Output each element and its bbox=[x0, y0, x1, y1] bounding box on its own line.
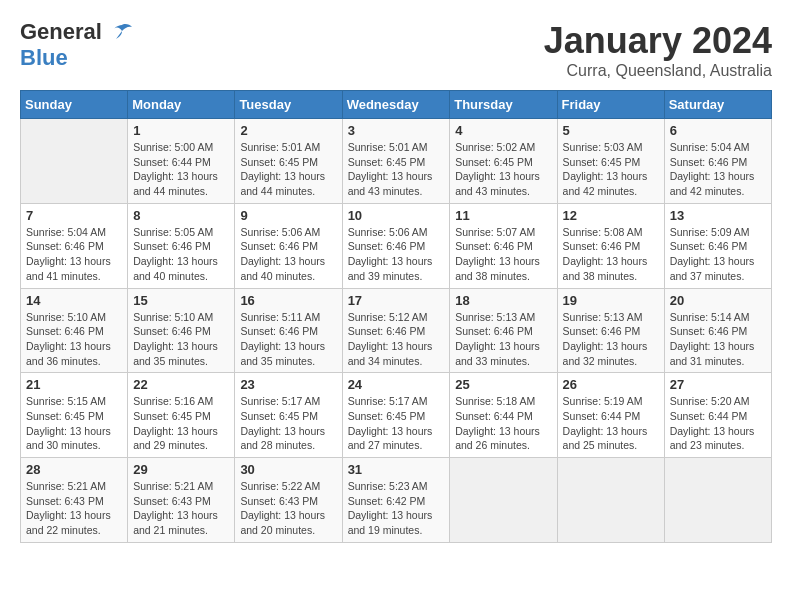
day-number: 17 bbox=[348, 293, 445, 308]
calendar-cell: 8Sunrise: 5:05 AM Sunset: 6:46 PM Daylig… bbox=[128, 203, 235, 288]
calendar-cell: 21Sunrise: 5:15 AM Sunset: 6:45 PM Dayli… bbox=[21, 373, 128, 458]
calendar-cell: 24Sunrise: 5:17 AM Sunset: 6:45 PM Dayli… bbox=[342, 373, 450, 458]
calendar-cell: 25Sunrise: 5:18 AM Sunset: 6:44 PM Dayli… bbox=[450, 373, 557, 458]
calendar-cell: 22Sunrise: 5:16 AM Sunset: 6:45 PM Dayli… bbox=[128, 373, 235, 458]
day-info: Sunrise: 5:15 AM Sunset: 6:45 PM Dayligh… bbox=[26, 394, 122, 453]
day-number: 29 bbox=[133, 462, 229, 477]
day-number: 20 bbox=[670, 293, 766, 308]
calendar-cell: 11Sunrise: 5:07 AM Sunset: 6:46 PM Dayli… bbox=[450, 203, 557, 288]
day-info: Sunrise: 5:01 AM Sunset: 6:45 PM Dayligh… bbox=[240, 140, 336, 199]
calendar-cell: 17Sunrise: 5:12 AM Sunset: 6:46 PM Dayli… bbox=[342, 288, 450, 373]
calendar-cell: 18Sunrise: 5:13 AM Sunset: 6:46 PM Dayli… bbox=[450, 288, 557, 373]
calendar-cell bbox=[557, 458, 664, 543]
calendar-cell: 10Sunrise: 5:06 AM Sunset: 6:46 PM Dayli… bbox=[342, 203, 450, 288]
day-number: 10 bbox=[348, 208, 445, 223]
calendar-cell: 1Sunrise: 5:00 AM Sunset: 6:44 PM Daylig… bbox=[128, 119, 235, 204]
day-info: Sunrise: 5:10 AM Sunset: 6:46 PM Dayligh… bbox=[133, 310, 229, 369]
day-info: Sunrise: 5:03 AM Sunset: 6:45 PM Dayligh… bbox=[563, 140, 659, 199]
day-number: 18 bbox=[455, 293, 551, 308]
day-number: 12 bbox=[563, 208, 659, 223]
day-info: Sunrise: 5:17 AM Sunset: 6:45 PM Dayligh… bbox=[348, 394, 445, 453]
calendar-cell: 26Sunrise: 5:19 AM Sunset: 6:44 PM Dayli… bbox=[557, 373, 664, 458]
day-number: 13 bbox=[670, 208, 766, 223]
day-info: Sunrise: 5:20 AM Sunset: 6:44 PM Dayligh… bbox=[670, 394, 766, 453]
day-number: 27 bbox=[670, 377, 766, 392]
day-number: 4 bbox=[455, 123, 551, 138]
day-number: 14 bbox=[26, 293, 122, 308]
calendar-cell: 2Sunrise: 5:01 AM Sunset: 6:45 PM Daylig… bbox=[235, 119, 342, 204]
day-info: Sunrise: 5:22 AM Sunset: 6:43 PM Dayligh… bbox=[240, 479, 336, 538]
day-info: Sunrise: 5:02 AM Sunset: 6:45 PM Dayligh… bbox=[455, 140, 551, 199]
calendar-cell bbox=[664, 458, 771, 543]
day-info: Sunrise: 5:21 AM Sunset: 6:43 PM Dayligh… bbox=[26, 479, 122, 538]
day-info: Sunrise: 5:14 AM Sunset: 6:46 PM Dayligh… bbox=[670, 310, 766, 369]
logo-general: General bbox=[20, 19, 102, 44]
day-number: 8 bbox=[133, 208, 229, 223]
calendar-cell: 15Sunrise: 5:10 AM Sunset: 6:46 PM Dayli… bbox=[128, 288, 235, 373]
day-info: Sunrise: 5:18 AM Sunset: 6:44 PM Dayligh… bbox=[455, 394, 551, 453]
day-info: Sunrise: 5:04 AM Sunset: 6:46 PM Dayligh… bbox=[26, 225, 122, 284]
day-number: 19 bbox=[563, 293, 659, 308]
calendar-table: SundayMondayTuesdayWednesdayThursdayFrid… bbox=[20, 90, 772, 543]
day-number: 9 bbox=[240, 208, 336, 223]
weekday-header-tuesday: Tuesday bbox=[235, 91, 342, 119]
calendar-header: SundayMondayTuesdayWednesdayThursdayFrid… bbox=[21, 91, 772, 119]
calendar-cell bbox=[450, 458, 557, 543]
day-number: 2 bbox=[240, 123, 336, 138]
day-number: 28 bbox=[26, 462, 122, 477]
day-info: Sunrise: 5:10 AM Sunset: 6:46 PM Dayligh… bbox=[26, 310, 122, 369]
weekday-header-saturday: Saturday bbox=[664, 91, 771, 119]
day-info: Sunrise: 5:12 AM Sunset: 6:46 PM Dayligh… bbox=[348, 310, 445, 369]
logo: General Blue bbox=[20, 20, 134, 71]
calendar-week-1: 1Sunrise: 5:00 AM Sunset: 6:44 PM Daylig… bbox=[21, 119, 772, 204]
day-number: 23 bbox=[240, 377, 336, 392]
logo-bird-icon bbox=[110, 21, 134, 45]
calendar-cell: 9Sunrise: 5:06 AM Sunset: 6:46 PM Daylig… bbox=[235, 203, 342, 288]
calendar-cell: 20Sunrise: 5:14 AM Sunset: 6:46 PM Dayli… bbox=[664, 288, 771, 373]
day-number: 16 bbox=[240, 293, 336, 308]
day-number: 26 bbox=[563, 377, 659, 392]
day-number: 3 bbox=[348, 123, 445, 138]
month-title: January 2024 bbox=[544, 20, 772, 62]
day-info: Sunrise: 5:21 AM Sunset: 6:43 PM Dayligh… bbox=[133, 479, 229, 538]
day-info: Sunrise: 5:00 AM Sunset: 6:44 PM Dayligh… bbox=[133, 140, 229, 199]
day-info: Sunrise: 5:19 AM Sunset: 6:44 PM Dayligh… bbox=[563, 394, 659, 453]
day-info: Sunrise: 5:11 AM Sunset: 6:46 PM Dayligh… bbox=[240, 310, 336, 369]
calendar-cell: 28Sunrise: 5:21 AM Sunset: 6:43 PM Dayli… bbox=[21, 458, 128, 543]
day-number: 11 bbox=[455, 208, 551, 223]
day-info: Sunrise: 5:16 AM Sunset: 6:45 PM Dayligh… bbox=[133, 394, 229, 453]
weekday-header-monday: Monday bbox=[128, 91, 235, 119]
day-info: Sunrise: 5:17 AM Sunset: 6:45 PM Dayligh… bbox=[240, 394, 336, 453]
calendar-cell: 29Sunrise: 5:21 AM Sunset: 6:43 PM Dayli… bbox=[128, 458, 235, 543]
day-info: Sunrise: 5:13 AM Sunset: 6:46 PM Dayligh… bbox=[455, 310, 551, 369]
calendar-week-4: 21Sunrise: 5:15 AM Sunset: 6:45 PM Dayli… bbox=[21, 373, 772, 458]
day-number: 31 bbox=[348, 462, 445, 477]
day-info: Sunrise: 5:06 AM Sunset: 6:46 PM Dayligh… bbox=[240, 225, 336, 284]
day-number: 22 bbox=[133, 377, 229, 392]
day-number: 7 bbox=[26, 208, 122, 223]
weekday-header-thursday: Thursday bbox=[450, 91, 557, 119]
day-info: Sunrise: 5:04 AM Sunset: 6:46 PM Dayligh… bbox=[670, 140, 766, 199]
calendar-week-2: 7Sunrise: 5:04 AM Sunset: 6:46 PM Daylig… bbox=[21, 203, 772, 288]
day-info: Sunrise: 5:09 AM Sunset: 6:46 PM Dayligh… bbox=[670, 225, 766, 284]
day-info: Sunrise: 5:08 AM Sunset: 6:46 PM Dayligh… bbox=[563, 225, 659, 284]
day-info: Sunrise: 5:06 AM Sunset: 6:46 PM Dayligh… bbox=[348, 225, 445, 284]
calendar-cell: 27Sunrise: 5:20 AM Sunset: 6:44 PM Dayli… bbox=[664, 373, 771, 458]
calendar-cell: 4Sunrise: 5:02 AM Sunset: 6:45 PM Daylig… bbox=[450, 119, 557, 204]
calendar-cell bbox=[21, 119, 128, 204]
calendar-cell: 31Sunrise: 5:23 AM Sunset: 6:42 PM Dayli… bbox=[342, 458, 450, 543]
calendar-cell: 5Sunrise: 5:03 AM Sunset: 6:45 PM Daylig… bbox=[557, 119, 664, 204]
weekday-header-wednesday: Wednesday bbox=[342, 91, 450, 119]
calendar-cell: 3Sunrise: 5:01 AM Sunset: 6:45 PM Daylig… bbox=[342, 119, 450, 204]
logo-blue: Blue bbox=[20, 45, 134, 71]
day-info: Sunrise: 5:05 AM Sunset: 6:46 PM Dayligh… bbox=[133, 225, 229, 284]
calendar-cell: 12Sunrise: 5:08 AM Sunset: 6:46 PM Dayli… bbox=[557, 203, 664, 288]
calendar-cell: 6Sunrise: 5:04 AM Sunset: 6:46 PM Daylig… bbox=[664, 119, 771, 204]
title-block: January 2024 Curra, Queensland, Australi… bbox=[544, 20, 772, 80]
day-info: Sunrise: 5:23 AM Sunset: 6:42 PM Dayligh… bbox=[348, 479, 445, 538]
day-number: 15 bbox=[133, 293, 229, 308]
day-info: Sunrise: 5:13 AM Sunset: 6:46 PM Dayligh… bbox=[563, 310, 659, 369]
calendar-cell: 30Sunrise: 5:22 AM Sunset: 6:43 PM Dayli… bbox=[235, 458, 342, 543]
calendar-cell: 13Sunrise: 5:09 AM Sunset: 6:46 PM Dayli… bbox=[664, 203, 771, 288]
day-number: 6 bbox=[670, 123, 766, 138]
